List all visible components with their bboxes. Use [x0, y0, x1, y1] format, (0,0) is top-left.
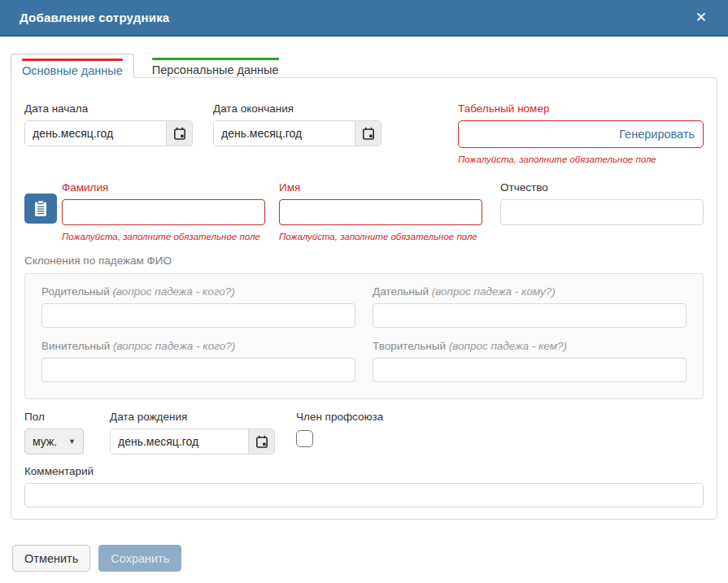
row-gender-birth: Пол муж. ▼ Дата рождения: [24, 411, 704, 455]
field-declension-dative: Дательный (вопрос падежа - кому?): [373, 285, 687, 328]
field-date-start: Дата начала: [24, 102, 193, 146]
tab-status-line-red: [22, 59, 123, 61]
tab-main-data[interactable]: Основные данные: [11, 54, 134, 78]
field-comment: Комментарий: [24, 465, 704, 507]
date-end-input[interactable]: [214, 121, 355, 146]
last-name-label: Фамилия: [62, 181, 265, 194]
birth-date-label: Дата рождения: [110, 411, 275, 423]
union-member-label: Член профсоюза: [296, 411, 383, 423]
row-dates: Дата начала Дата окончания: [24, 102, 704, 164]
field-last-name: Фамилия Пожалуйста, заполните обязательн…: [62, 181, 265, 241]
declension-label: Винительный: [41, 340, 110, 352]
union-member-checkbox[interactable]: [296, 430, 313, 447]
row-comment: Комментарий: [24, 465, 704, 507]
birth-date-control: [110, 429, 275, 455]
date-start-input[interactable]: [25, 121, 166, 146]
field-personnel-number: Табельный номер Генерировать Пожалуйста,…: [458, 102, 704, 164]
last-name-input[interactable]: [62, 199, 265, 225]
calendar-icon[interactable]: [166, 121, 192, 146]
declension-hint: (вопрос падежа - кого?): [113, 340, 235, 352]
tab-personal-data-label: Персональные данные: [152, 63, 279, 76]
add-employee-dialog: Добавление сотрудника ✕ Основные данные …: [0, 0, 728, 572]
tab-status-line-green: [152, 58, 279, 60]
field-middle-name: Отчество: [500, 181, 704, 225]
declension-hint: (вопрос падежа - кем?): [449, 340, 567, 352]
first-name-error: Пожалуйста, заполните обязательное поле: [279, 232, 482, 241]
row-name: Фамилия Пожалуйста, заполните обязательн…: [24, 181, 704, 241]
field-declension-instrumental: Творительный (вопрос падежа - кем?): [373, 340, 687, 382]
paste-fio-button[interactable]: [24, 194, 57, 224]
chevron-down-icon: ▼: [68, 437, 76, 446]
generate-link[interactable]: Генерировать: [614, 128, 703, 141]
personnel-number-control: Генерировать: [458, 120, 704, 148]
personnel-number-label: Табельный номер: [458, 102, 704, 115]
declension-label: Дательный: [373, 285, 429, 298]
date-start-label: Дата начала: [24, 102, 193, 115]
calendar-icon[interactable]: [248, 429, 274, 454]
personnel-number-error: Пожалуйста, заполните обязательное поле: [458, 154, 704, 164]
last-name-error: Пожалуйста, заполните обязательное поле: [62, 232, 265, 241]
date-end-label: Дата окончания: [213, 102, 381, 115]
comment-input[interactable]: [24, 483, 704, 507]
middle-name-label: Отчество: [500, 181, 704, 194]
dialog-footer: Отменить Сохранить: [12, 545, 728, 572]
declension-instrumental-input[interactable]: [373, 358, 687, 382]
declensions-group: Родительный (вопрос падежа - кого?) Дате…: [24, 273, 704, 399]
birth-date-input[interactable]: [111, 429, 248, 454]
declension-hint: (вопрос падежа - кому?): [432, 285, 556, 298]
calendar-icon[interactable]: [355, 121, 381, 146]
tab-bar: Основные данные Персональные данные: [11, 54, 717, 78]
gender-value: муж.: [33, 435, 57, 448]
field-gender: Пол муж. ▼: [24, 411, 84, 455]
dialog-title: Добавление сотрудника: [20, 11, 169, 24]
field-declension-accusative: Винительный (вопрос падежа - кого?): [41, 340, 355, 382]
date-end-control: [213, 120, 381, 146]
cancel-button[interactable]: Отменить: [12, 545, 90, 572]
field-first-name: Имя Пожалуйста, заполните обязательное п…: [279, 181, 482, 241]
declensions-title: Склонения по падежам ФИО: [24, 255, 704, 267]
declension-genitive-input[interactable]: [41, 303, 355, 328]
save-button[interactable]: Сохранить: [98, 545, 181, 572]
declension-accusative-input[interactable]: [41, 358, 355, 382]
declension-label: Творительный: [373, 340, 446, 352]
comment-label: Комментарий: [24, 465, 704, 477]
first-name-label: Имя: [279, 181, 482, 194]
declension-label: Родительный: [41, 285, 110, 298]
field-union-member: Член профсоюза: [296, 411, 383, 450]
field-date-end: Дата окончания: [213, 102, 381, 146]
tab-content-pane: Дата начала Дата окончания: [11, 77, 717, 520]
dialog-titlebar: Добавление сотрудника ✕: [0, 0, 728, 37]
declension-hint: (вопрос падежа - кого?): [113, 285, 235, 298]
clipboard-icon: [33, 200, 48, 217]
personnel-number-input[interactable]: [459, 121, 614, 147]
tab-main-data-label: Основные данные: [22, 64, 123, 77]
field-birth-date: Дата рождения: [110, 411, 275, 455]
gender-select[interactable]: муж. ▼: [24, 429, 84, 455]
close-icon[interactable]: ✕: [695, 11, 707, 24]
middle-name-input[interactable]: [500, 199, 704, 225]
gender-label: Пол: [24, 411, 84, 423]
field-declension-genitive: Родительный (вопрос падежа - кого?): [41, 285, 355, 328]
tab-personal-data[interactable]: Персональные данные: [142, 54, 290, 78]
declension-dative-input[interactable]: [373, 303, 687, 328]
date-start-control: [24, 120, 193, 146]
first-name-input[interactable]: [279, 199, 482, 225]
